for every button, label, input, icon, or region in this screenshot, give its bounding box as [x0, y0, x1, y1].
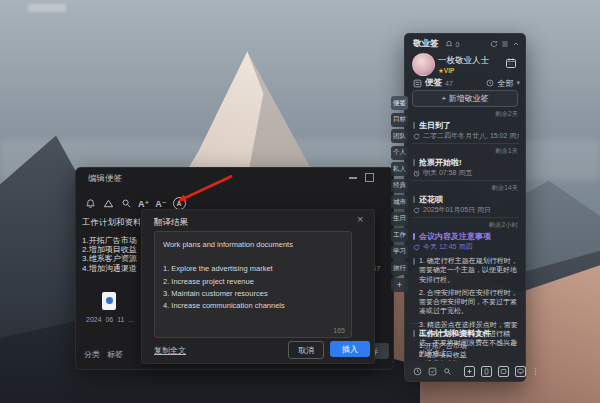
note-line: 2.增加项目收益	[82, 245, 140, 254]
pc-icon[interactable]	[515, 366, 526, 377]
new-window-icon[interactable]	[464, 366, 475, 377]
translation-text: Work plans and information documents 1. …	[155, 232, 351, 319]
app-name: 敬业签	[413, 38, 439, 50]
insert-button[interactable]: 插入	[330, 341, 370, 357]
alarm-icon	[413, 170, 420, 177]
translation-dialog: 翻译结果 × Work plans and information docume…	[141, 209, 375, 364]
note-line: 3.维系客户资源	[82, 254, 140, 263]
remaining-badge: 剩余14天	[491, 184, 518, 193]
todo-icon[interactable]	[428, 367, 437, 376]
search-icon[interactable]	[443, 367, 452, 376]
category-tab[interactable]: 学习	[391, 245, 408, 259]
window-title: 编辑便签	[88, 173, 122, 185]
vip-label: VIP	[444, 67, 454, 74]
phone-icon[interactable]	[481, 366, 492, 377]
notes-panel: 敬业签 0 一枚敬业人士 ★VIP 便签 47 全部 ▾ + 新增敬业签 剩余2…	[404, 33, 526, 382]
calendar-icon[interactable]	[505, 57, 517, 69]
repeat-icon	[413, 133, 420, 140]
item-title: 抢票开始啦!	[419, 157, 462, 168]
item-tick	[413, 233, 415, 240]
category-tab[interactable]: 个人	[391, 146, 408, 160]
tags-button[interactable]: 标签	[107, 349, 123, 360]
more-icon[interactable]	[532, 367, 539, 376]
new-note-button[interactable]: + 新增敬业签	[412, 90, 518, 107]
note-line: 4.增加沟通渠道	[82, 264, 140, 273]
list-item[interactable]: 生日到了	[413, 120, 519, 131]
item-body-line: 3.维系客户资源	[413, 359, 519, 361]
remaining-badge: 剩余2小时	[488, 221, 518, 230]
category-tabs: 便签 目标 团队 个人 私人 经典 城市 生日 工作 学习 旅行 +	[391, 96, 408, 294]
item-title: 生日到了	[419, 120, 451, 131]
category-tab[interactable]: 便签	[391, 96, 408, 110]
category-tab[interactable]: 经典	[391, 179, 408, 193]
menu-icon[interactable]	[501, 40, 509, 48]
attachment-filename: 2024_06_11_...	[86, 316, 138, 323]
chevron-down-icon: ▾	[516, 79, 520, 87]
font-increase-icon[interactable]: A⁺	[138, 199, 149, 209]
add-category-button[interactable]: +	[391, 278, 408, 292]
annotation-arrow	[170, 164, 242, 208]
note-line: 1.开拓广告市场	[82, 236, 140, 245]
item-tick	[413, 159, 415, 166]
close-icon[interactable]: ×	[357, 213, 363, 225]
category-tab[interactable]: 旅行	[391, 261, 408, 275]
copy-all-link[interactable]: 复制全文	[154, 345, 186, 356]
item-time-text: 2025年01月05日 周日	[423, 205, 491, 215]
dialog-title: 翻译结果	[154, 217, 188, 229]
tablet-icon[interactable]	[498, 366, 509, 377]
item-tick	[413, 258, 415, 265]
list-item[interactable]: 工作计划和资料文件	[413, 328, 519, 339]
bell-icon[interactable]	[84, 198, 96, 210]
list-item[interactable]: 抢票开始啦!	[413, 157, 519, 168]
scope-all[interactable]: 全部	[497, 78, 513, 89]
file-logo-icon	[106, 297, 113, 304]
vip-badge: ★VIP	[438, 67, 454, 75]
collapse-icon[interactable]	[512, 40, 520, 48]
category-tab[interactable]: 团队	[391, 129, 408, 143]
item-time: 明天 07:58 周五	[413, 168, 519, 178]
clock-mini-icon[interactable]	[486, 79, 494, 87]
item-title: 还花呗	[419, 194, 443, 205]
item-time-text: 二零二四年冬月廿八, 15:02 周六	[423, 131, 519, 141]
item-paragraph: 1. 确定行程主题在规划行程时，需要确定一个主题，以便更好地安排行程。	[419, 256, 519, 284]
list-item[interactable]: 会议内容及注意事项	[413, 231, 519, 242]
category-tab[interactable]: 目标	[391, 113, 408, 127]
remaining-badge: 剩余2天	[495, 110, 518, 119]
category-tab[interactable]: 工作	[391, 228, 408, 242]
search-icon[interactable]	[120, 198, 132, 210]
attachment-file-icon[interactable]	[102, 292, 116, 310]
category-button[interactable]: 分类	[84, 349, 100, 360]
category-tab[interactable]: 生日	[391, 212, 408, 226]
item-time: 2025年01月05日 周日	[413, 205, 519, 215]
font-decrease-icon[interactable]: A⁻	[155, 199, 166, 209]
panel-toolbar	[405, 362, 525, 381]
item-time-text: 今天 12:45 周四	[423, 242, 472, 252]
time-icon[interactable]	[413, 367, 422, 376]
filter-row: 便签 47 全部 ▾	[413, 77, 520, 89]
note-content[interactable]: 工作计划和资料文件 1.开拓广告市场 2.增加项目收益 3.维系客户资源 4.增…	[82, 217, 140, 279]
translation-char-count: 165	[333, 327, 345, 334]
notification-count: 0	[456, 41, 460, 48]
category-tab[interactable]: 城市	[391, 195, 408, 209]
item-tick	[413, 196, 415, 203]
category-tab[interactable]: 私人	[391, 162, 408, 176]
minimize-button[interactable]	[349, 177, 357, 179]
remaining-badge: 剩余1天	[495, 147, 518, 156]
checklist-icon[interactable]	[413, 79, 422, 88]
user-name: 一枚敬业人士	[438, 55, 489, 67]
avatar[interactable]	[412, 53, 435, 76]
sync-icon[interactable]	[490, 40, 498, 48]
triangle-icon[interactable]	[102, 198, 114, 210]
item-time: 二零二四年冬月廿八, 15:02 周六	[413, 131, 519, 141]
note-title: 工作计划和资料文件	[82, 217, 140, 229]
translation-result-box[interactable]: Work plans and information documents 1. …	[154, 231, 352, 338]
tab-notes[interactable]: 便签	[425, 77, 442, 89]
maximize-button[interactable]	[365, 173, 374, 182]
cancel-button[interactable]: 取消	[288, 341, 324, 359]
item-title: 工作计划和资料文件	[419, 328, 491, 339]
repeat-icon	[413, 244, 420, 251]
list-item[interactable]: 还花呗	[413, 194, 519, 205]
notes-list: 剩余2天 生日到了 二零二四年冬月廿八, 15:02 周六 剩余1天 抢票开始啦…	[405, 110, 525, 361]
bell-icon[interactable]	[445, 40, 453, 48]
item-paragraph: 2. 合理安排时间在安排行程时，需要合理安排时间，不要过于紧凑或过于宽松。	[419, 288, 519, 316]
